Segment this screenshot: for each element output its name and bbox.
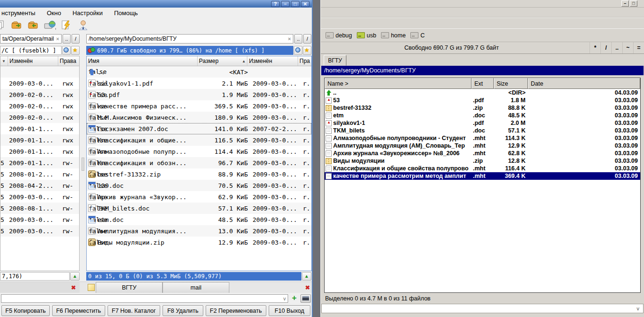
column-date[interactable]: Date [528,78,640,89]
left-titlebar[interactable]: ?–□✕ [0,0,312,8]
right-path-input[interactable]: /home/sergey/MyDocuments/ВГТУ × [86,34,293,44]
table-row[interactable]: etm.doc48.5 K03.03.09 [325,112,640,119]
chevron-down-icon[interactable]: v [283,296,286,301]
close-button[interactable]: ✕ [301,1,309,7]
fkey-button-5[interactable]: F2 Переименовать [206,305,266,316]
table-row[interactable]: Алмазоподобные полупроводники - Студент.… [325,134,640,142]
new-tab-icon[interactable] [86,282,96,293]
lightning-page-icon[interactable] [60,19,73,31]
column-permissions[interactable]: Права [58,56,79,66]
close-tab-icon[interactable]: ✖ [69,284,78,291]
drive-button-C[interactable]: C [410,32,425,39]
clear-path-icon[interactable]: × [288,36,291,42]
table-row[interactable]: false..<КАТ> [87,66,311,78]
column-size[interactable]: Size [494,78,528,89]
column-name[interactable]: Name > [325,78,472,89]
table-row[interactable]: falseМ.М.Анисимов Физическ...180.9 КиБ20… [87,112,311,123]
nav-button-3[interactable]: ~ [622,42,633,53]
table-row[interactable]: 53.pdf1.8 M03.03.09 [325,97,640,104]
table-row[interactable]: false139.doc70.5 КиБ2009-03-0...r. [87,180,311,191]
close-tab-icon[interactable]: ✖ [303,282,312,293]
tab-vgtu[interactable]: ВГТУ [324,55,346,66]
terminal-icon[interactable] [300,294,311,303]
minimize-button[interactable]: – [621,0,629,7]
menu-item-0[interactable]: нструменты [1,9,36,17]
root-dir-button[interactable]: / [72,34,80,44]
nav-button-2[interactable]: .. [611,42,622,53]
table-row[interactable]: falseTKM_bilets.doc57.1 КиБ2009-03-0...r… [87,203,311,214]
drive-button-home[interactable]: home [381,32,406,39]
drive-button-debug[interactable]: debug [326,32,352,39]
fkey-button-1[interactable]: F5 Копировать [1,305,50,316]
column-ext[interactable]: Ext [472,78,494,89]
nav-button-0[interactable]: * [590,42,600,53]
up-triangle-icon[interactable]: ▲ [302,272,311,281]
table-row[interactable]: falseetm.doc48.5 КиБ2009-03-0...r. [87,214,311,225]
table-row[interactable]: falseВиды модуляции.zip12.9 КиБ2009-03-0… [87,237,311,248]
column-size[interactable]: Размер ▲ [198,56,248,66]
folder-export-icon[interactable] [27,19,39,31]
menu-item-2[interactable]: Настройки [73,9,103,17]
column-permissions[interactable]: Пра [298,56,311,66]
table-row[interactable] [0,66,79,78]
table-row[interactable]: 52009-03-0...rw- [0,214,79,225]
table-row[interactable]: 52008-08-1...rw- [0,203,79,214]
table-row[interactable]: 52008-01-2...rw- [0,168,79,180]
fkey-button-6[interactable]: F10 Выход [269,305,310,316]
disk-globe-icon[interactable] [44,19,56,31]
right-titlebar[interactable]: –□ [321,0,644,7]
table-row[interactable]: 52009-03-0...rw- [0,225,79,237]
table-row[interactable]: falseГосэкзамен 2007.doc141.0 КиБ2007-02… [87,123,311,134]
table-row[interactable]: качестве примера рассмотрим метод амплит… [325,172,640,180]
column-name[interactable]: Имя [87,56,198,66]
table-row[interactable]: silyakov1-1.pdf2.0 M03.03.09 [325,119,640,127]
table-row[interactable]: falsesilyakov1-1.pdf2.1 МиБ2009-03-0...r… [87,78,311,89]
table-row[interactable]: false53.pdf1.9 МиБ2009-03-0...r. [87,89,311,100]
maximize-button[interactable]: □ [291,1,299,7]
user-icon[interactable] [77,19,89,31]
table-row[interactable]: 2009-02-0...rwx [0,112,79,123]
tab-mail[interactable]: mail [163,282,229,293]
panel-splitter[interactable] [80,56,86,271]
table-row[interactable]: ..<DIR>04.03.09 [325,89,640,97]
fkey-button-2[interactable]: F6 Переместить [52,305,105,316]
minimize-button[interactable]: – [281,1,290,7]
table-row[interactable]: Амплитудная модуляция (АМ)_Словарь_Тер.m… [325,142,640,150]
chevron-down-icon[interactable]: v [637,306,640,311]
maximize-button[interactable]: □ [630,0,637,7]
table-row[interactable]: 2009-03-0...rwx [0,78,79,89]
table-row[interactable]: 52009-03-0...rw- [0,191,79,203]
column-modified[interactable]: Изменён [247,56,298,66]
history-clock-icon[interactable] [294,46,302,55]
up-dir-button[interactable]: .. [63,34,71,44]
menu-item-3[interactable]: Помощь [114,9,138,17]
right-panel-header[interactable]: Имя Размер ▲ Изменён Пра [87,56,311,66]
command-line-input[interactable]: v [1,294,288,303]
table-row[interactable]: falsebestref-31332.zip88.9 КиБ2009-03-0.… [87,168,311,180]
fkey-button-4[interactable]: F8 Удалить [163,305,203,316]
table-row[interactable]: falseАмплитудная модуляция...13.0 КиБ200… [87,225,311,237]
folder-import-icon[interactable] [10,19,23,31]
table-row[interactable]: falseКлассификация и общие...116.5 КиБ20… [87,134,311,146]
drive-button-usb[interactable]: usb [357,32,376,39]
table-row[interactable]: Архив журнала «Звукорежиссер» №8_2006.mh… [325,150,640,157]
nav-button-1[interactable]: / [600,42,611,53]
table-row[interactable]: TKM_bilets.doc57.1 K03.03.09 [325,127,640,134]
left-panel-header[interactable]: ▼ Изменён Права [0,56,79,66]
up-triangle-icon[interactable]: ▲ [70,272,80,281]
table-row[interactable]: 2009-01-1...rwx [0,146,79,157]
root-dir-button[interactable]: / [303,34,311,44]
copy-page-icon[interactable] [0,19,6,31]
table-row[interactable]: 2009-02-0...rwx [0,100,79,112]
nav-button-4[interactable]: = [633,42,644,53]
command-input[interactable]: v [321,304,644,313]
column-modified[interactable]: Изменён [8,56,58,66]
table-row[interactable]: Классификация и общие свойства полупрово… [325,165,640,172]
bookmark-star-icon[interactable] [71,46,80,55]
table-row[interactable]: falseАрхив журнала «Звукор...62.9 КиБ200… [87,191,311,203]
history-clock-icon[interactable] [62,46,71,55]
menu-item-1[interactable]: Окно [47,9,61,17]
media-icon[interactable] [88,47,95,53]
left-path-input[interactable]: ta/Opera/Opera/mail × [0,34,62,44]
fkey-button-3[interactable]: F7 Нов. Каталог [108,305,161,316]
